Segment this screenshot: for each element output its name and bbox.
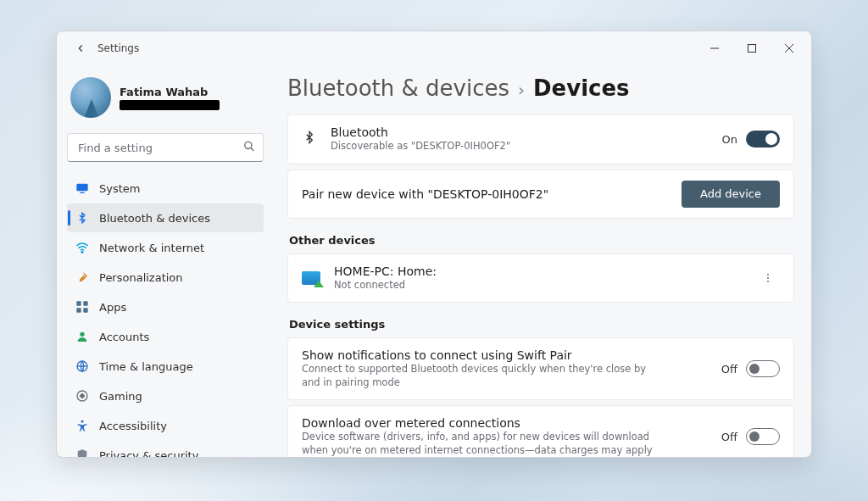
sidebar-item-label: Privacy & security <box>99 449 198 458</box>
breadcrumb-parent[interactable]: Bluetooth & devices <box>287 75 509 101</box>
sidebar-item-bluetooth-devices[interactable]: Bluetooth & devices <box>67 203 264 232</box>
toggle-label: Off <box>721 431 737 443</box>
minimize-icon <box>710 44 719 53</box>
toggle-switch-on <box>746 131 780 148</box>
toggle-label: Off <box>721 363 737 376</box>
swift-pair-card: Show notifications to connect using Swif… <box>287 337 794 400</box>
sidebar-item-label: Gaming <box>99 390 142 403</box>
svg-rect-0 <box>748 45 756 53</box>
bluetooth-title: Bluetooth <box>331 125 510 139</box>
sidebar-item-label: Network & internet <box>99 242 204 254</box>
pair-text: Pair new device with "DESKTOP-0IH0OF2" <box>302 187 548 201</box>
svg-point-1 <box>245 142 252 148</box>
sidebar-item-system[interactable]: System <box>67 174 264 203</box>
sidebar-item-personalization[interactable]: Personalization <box>67 263 264 292</box>
bluetooth-icon <box>75 211 89 225</box>
search-input[interactable] <box>67 133 264 162</box>
other-device-card[interactable]: HOME-PC: Home: Not connected <box>287 253 794 303</box>
bluetooth-card: Bluetooth Discoverable as "DESKTOP-0IH0O… <box>287 114 794 164</box>
sidebar-item-gaming[interactable]: Gaming <box>67 381 264 410</box>
setting-title: Show notifications to connect using Swif… <box>302 348 666 362</box>
avatar <box>70 77 111 118</box>
profile-block[interactable]: Fatima Wahab <box>67 74 264 125</box>
breadcrumb: Bluetooth & devices › Devices <box>287 75 794 101</box>
apps-icon <box>75 300 89 314</box>
sidebar-item-label: Time & language <box>99 360 193 373</box>
toggle-label: On <box>722 133 737 146</box>
sidebar-item-label: System <box>99 182 140 195</box>
swift-pair-toggle[interactable]: Off <box>721 360 780 377</box>
shield-icon <box>75 448 89 457</box>
setting-subtitle: Connect to supported Bluetooth devices q… <box>302 363 666 389</box>
svg-point-15 <box>767 281 769 282</box>
toggle-switch-off <box>746 360 780 377</box>
setting-subtitle: Device software (drivers, info, and apps… <box>302 431 666 457</box>
search-icon <box>243 141 255 155</box>
device-status: Not connected <box>334 279 437 292</box>
sidebar: Fatima Wahab System Bluetooth & devices <box>57 65 274 457</box>
svg-rect-3 <box>80 192 84 193</box>
bluetooth-subtitle: Discoverable as "DESKTOP-0IH0OF2" <box>331 140 510 153</box>
sidebar-item-label: Apps <box>99 301 126 314</box>
svg-rect-5 <box>76 301 81 305</box>
svg-point-12 <box>81 420 84 423</box>
svg-rect-6 <box>83 301 87 305</box>
add-device-button[interactable]: Add device <box>682 181 780 208</box>
svg-rect-7 <box>76 308 81 312</box>
chevron-right-icon: › <box>518 80 525 100</box>
search-wrap <box>67 133 264 162</box>
other-devices-heading: Other devices <box>289 234 794 247</box>
sidebar-item-label: Personalization <box>99 271 183 284</box>
device-name: HOME-PC: Home: <box>334 264 437 278</box>
svg-point-9 <box>80 332 84 337</box>
titlebar: Settings <box>57 31 811 65</box>
svg-point-4 <box>81 251 83 253</box>
globe-clock-icon <box>75 359 89 373</box>
device-icon <box>302 271 320 285</box>
sidebar-item-network[interactable]: Network & internet <box>67 233 264 262</box>
pair-card: Pair new device with "DESKTOP-0IH0OF2" A… <box>287 170 794 219</box>
monitor-icon <box>75 181 89 195</box>
bluetooth-icon <box>302 129 317 149</box>
profile-email-redacted <box>120 100 220 110</box>
bluetooth-toggle[interactable]: On <box>722 131 780 148</box>
main-content[interactable]: Bluetooth & devices › Devices Bluetooth … <box>274 65 811 457</box>
window-body: Fatima Wahab System Bluetooth & devices <box>57 65 811 457</box>
minimize-button[interactable] <box>696 35 733 62</box>
maximize-icon <box>748 44 756 53</box>
metered-download-card: Download over metered connections Device… <box>287 405 794 457</box>
device-settings-heading: Device settings <box>289 318 794 331</box>
window-controls <box>696 35 808 62</box>
sidebar-item-label: Accessibility <box>99 420 167 432</box>
close-button[interactable] <box>771 35 808 62</box>
back-button[interactable] <box>69 36 92 60</box>
sidebar-item-label: Accounts <box>99 331 149 343</box>
sidebar-item-privacy[interactable]: Privacy & security <box>67 441 264 457</box>
more-vertical-icon <box>762 272 774 284</box>
settings-window: Settings Fatima Wahab <box>56 31 812 458</box>
device-more-button[interactable] <box>756 266 780 290</box>
sidebar-item-accounts[interactable]: Accounts <box>67 322 264 351</box>
setting-title: Download over metered connections <box>302 416 666 430</box>
sidebar-item-apps[interactable]: Apps <box>67 292 264 321</box>
person-icon <box>75 330 89 343</box>
accessibility-icon <box>75 419 89 432</box>
back-arrow-icon <box>75 42 86 54</box>
toggle-switch-off <box>746 428 780 445</box>
wifi-icon <box>75 241 89 254</box>
brush-icon <box>75 270 89 284</box>
svg-point-14 <box>767 277 769 279</box>
sidebar-item-time-language[interactable]: Time & language <box>67 352 264 381</box>
metered-toggle[interactable]: Off <box>721 428 780 445</box>
close-icon <box>785 44 793 53</box>
svg-rect-2 <box>76 184 87 192</box>
breadcrumb-current: Devices <box>533 75 630 101</box>
window-title: Settings <box>97 42 139 54</box>
profile-name: Fatima Wahab <box>120 86 220 98</box>
sidebar-nav: System Bluetooth & devices Network & int… <box>67 174 264 457</box>
sidebar-item-label: Bluetooth & devices <box>99 212 210 225</box>
gaming-icon <box>75 389 89 403</box>
svg-point-13 <box>767 274 769 276</box>
maximize-button[interactable] <box>733 35 771 62</box>
sidebar-item-accessibility[interactable]: Accessibility <box>67 411 264 440</box>
